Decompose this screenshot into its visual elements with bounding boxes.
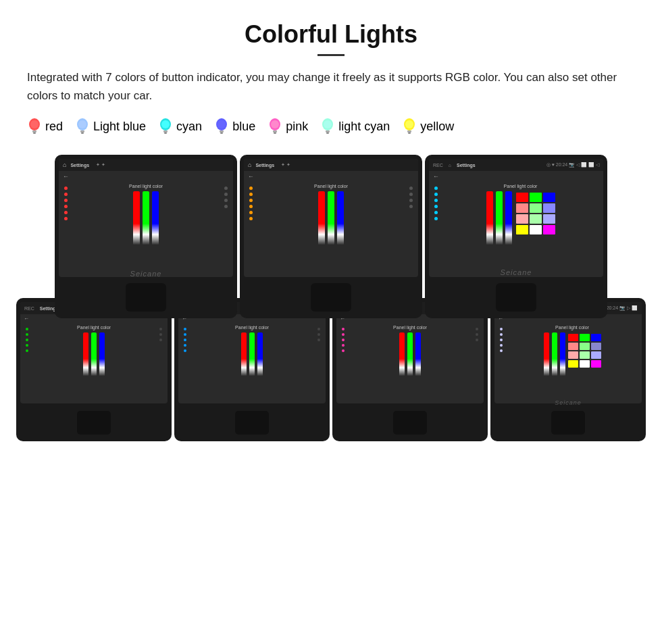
page-wrapper: Colorful Lights Integrated with 7 colors… xyxy=(0,0,662,455)
color-label-cyan: cyan xyxy=(176,120,202,134)
vent-hole-3 xyxy=(496,283,536,312)
vent-hole-7 xyxy=(551,411,585,435)
screen-content-1: Panel light color xyxy=(59,181,233,276)
bar-red-5 xyxy=(241,332,247,376)
watermark-1: Seicane xyxy=(130,270,162,278)
bar-red-4 xyxy=(83,332,88,376)
device-bottom-7 xyxy=(494,403,642,437)
bar-red-1 xyxy=(133,191,140,245)
bar-red-6 xyxy=(399,332,405,376)
bar-blue-3 xyxy=(505,191,512,245)
color-bars-2 xyxy=(318,191,344,245)
bar-red-3 xyxy=(486,191,493,245)
side-dots-right-2 xyxy=(409,184,413,208)
svg-point-9 xyxy=(161,120,170,128)
bar-blue-4 xyxy=(99,332,105,376)
svg-rect-15 xyxy=(220,132,223,134)
svg-rect-3 xyxy=(33,132,36,134)
screen-3: REC ⌂ Settings ◎ ♥ 20:24 📷 ◁ ⬜ ⬜ ◁ ← xyxy=(429,159,603,277)
side-dots-5 xyxy=(184,325,186,352)
bar-blue-7 xyxy=(560,332,565,376)
device-1: ⌂ Settings ✦ ✦ ← xyxy=(55,155,237,318)
bar-green-3 xyxy=(496,191,503,245)
device-7: REC Settings ◎ ♥ 20:24 📷 ▷ ⬜ ← xyxy=(490,298,646,441)
panel-section-2: Panel light color xyxy=(258,184,404,245)
panel-section-6: Panel light color xyxy=(350,325,470,376)
topbar-2: ⌂ Settings ✦ ✦ xyxy=(244,159,418,171)
bar-blue-1 xyxy=(152,191,159,245)
svg-rect-6 xyxy=(80,130,84,132)
screen-content-2: Panel light color xyxy=(244,181,418,276)
color-bars-6 xyxy=(399,332,421,376)
color-label-lightblue: Light blue xyxy=(93,120,146,134)
side-dots-right-4 xyxy=(159,325,162,341)
svg-point-13 xyxy=(218,120,226,128)
svg-point-1 xyxy=(30,120,39,128)
svg-point-25 xyxy=(405,120,413,128)
svg-rect-11 xyxy=(164,132,167,134)
description-text: Integrated with 7 colors of button indic… xyxy=(27,68,635,105)
watermark-3: Seicane xyxy=(501,268,532,276)
bar-red-7 xyxy=(544,332,549,376)
screen-content-6: Panel light color xyxy=(336,322,484,400)
svg-rect-10 xyxy=(163,130,168,132)
title-divider xyxy=(317,54,345,56)
bulb-icon-cyan xyxy=(158,117,173,136)
top-row: ⌂ Settings ✦ ✦ ← xyxy=(27,155,635,318)
color-item-blue: blue xyxy=(214,117,255,136)
vent-hole-5 xyxy=(235,411,269,435)
svg-point-17 xyxy=(271,120,279,128)
device-6: REC Settings ✦ ✦ ← xyxy=(332,298,488,441)
side-dots-7 xyxy=(500,325,503,352)
screen-content-7: Panel light color xyxy=(494,322,642,400)
vent-hole-2 xyxy=(311,283,351,312)
color-item-cyan: cyan xyxy=(158,117,202,136)
svg-rect-19 xyxy=(274,132,276,134)
device-bottom-2 xyxy=(244,277,418,314)
svg-rect-14 xyxy=(220,130,224,132)
devices-container: ⌂ Settings ✦ ✦ ← xyxy=(27,155,635,441)
color-list: red Light blue cyan xyxy=(27,117,635,136)
svg-rect-7 xyxy=(81,132,84,134)
device-2: ⌂ Settings ✦ ✦ ← xyxy=(240,155,422,318)
device-bottom-3 xyxy=(429,277,603,314)
watermark-7: Seicane xyxy=(555,399,582,406)
color-label-red: red xyxy=(45,120,63,134)
bar-blue-5 xyxy=(257,332,263,376)
device-4: REC Settings ✦ ✦ ← xyxy=(16,298,172,441)
vent-hole-6 xyxy=(393,411,427,435)
device-bottom-5 xyxy=(178,403,326,437)
panel-section-1: Panel light color xyxy=(73,184,219,245)
bar-green-5 xyxy=(249,332,255,376)
topbar-3: REC ⌂ Settings ◎ ♥ 20:24 📷 ◁ ⬜ ⬜ ◁ xyxy=(429,159,603,171)
side-dots-6 xyxy=(342,325,345,352)
svg-rect-22 xyxy=(326,130,330,132)
color-label-lightcyan: light cyan xyxy=(338,120,390,134)
svg-rect-18 xyxy=(273,130,277,132)
side-dots-2 xyxy=(249,184,253,220)
vent-hole-1 xyxy=(126,283,166,312)
screen-content-3: Panel light color xyxy=(429,181,603,276)
side-dots-right-5 xyxy=(317,325,320,341)
screen-content-5: Panel light color xyxy=(178,322,326,400)
device-bottom-4 xyxy=(20,403,168,437)
side-dots-right-1 xyxy=(224,184,228,208)
panel-section-5: Panel light color xyxy=(192,325,312,376)
side-dots-right-6 xyxy=(476,325,478,341)
bar-blue-6 xyxy=(415,332,421,376)
color-bars-4 xyxy=(83,332,105,376)
color-item-red: red xyxy=(27,117,63,136)
device-bottom-1 xyxy=(59,277,233,314)
bulb-icon-lightcyan xyxy=(320,117,335,136)
bar-red-2 xyxy=(318,191,325,245)
bulb-icon-yellow xyxy=(402,117,417,136)
bar-green-1 xyxy=(143,191,149,245)
topbar-1: ⌂ Settings ✦ ✦ xyxy=(59,159,233,171)
device-5: REC Settings ✦ ✦ ← xyxy=(174,298,330,441)
side-dots-3 xyxy=(434,184,438,220)
bar-green-2 xyxy=(328,191,334,245)
screen-1: ⌂ Settings ✦ ✦ ← xyxy=(59,159,233,277)
color-item-lightcyan: light cyan xyxy=(320,117,390,136)
color-label-yellow: yellow xyxy=(420,120,454,134)
svg-point-21 xyxy=(324,120,332,128)
